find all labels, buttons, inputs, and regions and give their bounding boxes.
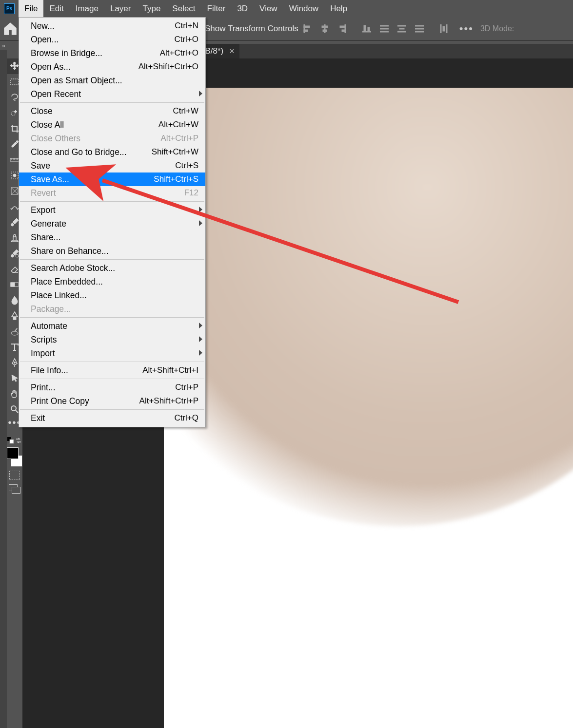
home-icon[interactable] — [2, 20, 19, 37]
svg-rect-22 — [446, 24, 447, 33]
menu-entry-print[interactable]: Print...Ctrl+P — [19, 381, 205, 394]
svg-rect-8 — [342, 30, 346, 32]
menu-entry-place-embedded[interactable]: Place Embedded... — [19, 275, 205, 288]
menu-entry-label: Share on Behance... — [31, 246, 198, 256]
menu-entry-file-info[interactable]: File Info...Alt+Shift+Ctrl+I — [19, 364, 205, 377]
distribute-bottom-edges-icon[interactable] — [415, 24, 424, 34]
menu-entry-label: Browse in Bridge... — [31, 48, 160, 58]
menu-entry-open[interactable]: Open...Ctrl+O — [19, 33, 205, 46]
photoshop-logo: Ps — [0, 0, 19, 17]
menu-entry-label: Place Embedded... — [31, 277, 198, 287]
menu-item-layer[interactable]: Layer — [104, 0, 137, 17]
svg-rect-18 — [415, 25, 424, 26]
menu-item-image[interactable]: Image — [70, 0, 104, 17]
menu-item-help[interactable]: Help — [324, 0, 353, 17]
show-transform-controls-label: Show Transform Controls — [205, 24, 298, 34]
distribute-top-edges-icon[interactable] — [379, 24, 389, 34]
menu-entry-shortcut: Ctrl+Q — [174, 413, 198, 423]
svg-rect-11 — [368, 27, 370, 31]
menu-item-3d[interactable]: 3D — [231, 0, 254, 17]
menu-entry-close-others: Close OthersAlt+Ctrl+P — [19, 132, 205, 145]
foreground-color-swatch[interactable] — [7, 447, 19, 459]
menu-entry-label: Search Adobe Stock... — [31, 263, 198, 273]
menu-item-file[interactable]: File — [19, 0, 43, 17]
menu-entry-scripts[interactable]: Scripts — [19, 333, 205, 346]
menu-item-filter[interactable]: Filter — [201, 0, 232, 17]
menu-entry-close-all[interactable]: Close AllAlt+Ctrl+W — [19, 118, 205, 132]
menu-separator — [20, 259, 204, 260]
menu-entry-shortcut: Alt+Ctrl+W — [158, 120, 198, 130]
menu-entry-label: Scripts — [31, 335, 198, 345]
menu-entry-export[interactable]: Export — [19, 203, 205, 217]
menu-entry-open-as-smart-object[interactable]: Open as Smart Object... — [19, 74, 205, 87]
submenu-arrow-icon — [199, 207, 202, 212]
svg-point-25 — [11, 112, 15, 115]
svg-rect-38 — [10, 440, 14, 443]
more-options-icon[interactable]: ••• — [459, 22, 474, 35]
image-content — [164, 88, 573, 526]
svg-rect-15 — [397, 25, 406, 26]
menu-entry-close[interactable]: CloseCtrl+W — [19, 104, 205, 118]
expand-panel-chevron-icon[interactable]: » — [0, 42, 10, 50]
close-tab-icon[interactable]: × — [229, 46, 235, 57]
menu-entry-shortcut: Alt+Ctrl+P — [161, 134, 198, 143]
svg-rect-24 — [11, 79, 19, 85]
menu-entry-browse-in-bridge[interactable]: Browse in Bridge...Alt+Ctrl+O — [19, 46, 205, 60]
menu-entry-shortcut: Ctrl+S — [175, 161, 198, 171]
menu-entry-label: Save — [31, 161, 175, 171]
align-left-edges-icon[interactable] — [302, 24, 312, 34]
menu-entry-new[interactable]: New...Ctrl+N — [19, 19, 205, 33]
menu-entry-save[interactable]: SaveCtrl+S — [19, 159, 205, 172]
menu-entry-shortcut: Ctrl+W — [173, 106, 198, 116]
distribute-horizontal-icon[interactable] — [439, 24, 449, 34]
svg-rect-10 — [364, 25, 366, 31]
menu-entry-label: Open As... — [31, 62, 138, 72]
align-horizontal-centers-icon[interactable] — [320, 24, 330, 34]
menu-entry-label: New... — [31, 21, 175, 31]
submenu-arrow-icon — [199, 350, 202, 356]
menu-entry-exit[interactable]: ExitCtrl+Q — [19, 411, 205, 425]
menu-entry-generate[interactable]: Generate — [19, 217, 205, 230]
menu-item-select[interactable]: Select — [166, 0, 201, 17]
menu-entry-open-as[interactable]: Open As...Alt+Shift+Ctrl+O — [19, 60, 205, 74]
menu-entry-print-one-copy[interactable]: Print One CopyAlt+Shift+Ctrl+P — [19, 394, 205, 408]
screen-mode-icon[interactable] — [9, 484, 20, 493]
quick-mask-icon[interactable] — [9, 471, 20, 479]
menu-entry-label: Open Recent — [31, 89, 198, 99]
menu-entry-share[interactable]: Share... — [19, 230, 205, 244]
svg-rect-1 — [304, 26, 310, 28]
menu-entry-label: Open as Smart Object... — [31, 76, 198, 86]
svg-rect-32 — [11, 283, 15, 287]
align-right-edges-icon[interactable] — [337, 24, 347, 34]
menu-separator — [20, 379, 204, 379]
svg-rect-20 — [415, 31, 424, 32]
menu-entry-shortcut: Alt+Shift+Ctrl+O — [138, 62, 198, 72]
menu-entry-label: Close and Go to Bridge... — [31, 147, 152, 157]
svg-rect-2 — [304, 30, 308, 32]
distribute-vertical-centers-icon[interactable] — [397, 24, 407, 34]
menu-entry-import[interactable]: Import — [19, 346, 205, 360]
menu-entry-share-on-behance[interactable]: Share on Behance... — [19, 244, 205, 258]
menu-entry-close-and-go-to-bridge[interactable]: Close and Go to Bridge...Shift+Ctrl+W — [19, 145, 205, 159]
menu-item-edit[interactable]: Edit — [43, 0, 69, 17]
menu-entry-label: Automate — [31, 321, 198, 331]
menu-entry-label: Generate — [31, 219, 198, 229]
align-bottom-edges-icon[interactable] — [362, 24, 372, 34]
menu-entry-save-as[interactable]: Save As...Shift+Ctrl+S — [19, 172, 205, 186]
menu-item-window[interactable]: Window — [283, 0, 324, 17]
default-colors-icon[interactable] — [7, 436, 15, 445]
svg-rect-13 — [380, 28, 389, 29]
menu-entry-shortcut: Ctrl+P — [175, 383, 198, 392]
svg-point-28 — [13, 174, 16, 177]
menu-entry-automate[interactable]: Automate — [19, 319, 205, 333]
document-canvas[interactable] — [164, 88, 573, 728]
swap-colors-icon[interactable] — [15, 436, 22, 445]
menu-entry-place-linked[interactable]: Place Linked... — [19, 288, 205, 302]
menu-entry-search-adobe-stock[interactable]: Search Adobe Stock... — [19, 261, 205, 275]
menu-entry-label: Package... — [31, 304, 198, 314]
menu-item-type[interactable]: Type — [137, 0, 166, 17]
menu-entry-open-recent[interactable]: Open Recent — [19, 87, 205, 101]
menu-item-view[interactable]: View — [254, 0, 283, 17]
svg-point-36 — [11, 406, 16, 411]
menu-entry-label: Open... — [31, 35, 174, 45]
